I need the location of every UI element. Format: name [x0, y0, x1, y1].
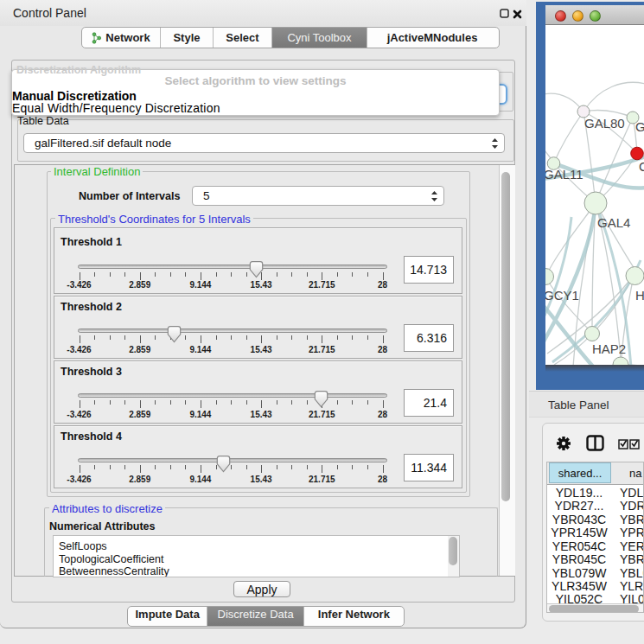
- svg-text:GA: GA: [635, 119, 644, 134]
- svg-text:GCY1: GCY1: [545, 288, 579, 303]
- svg-text:GAL11: GAL11: [545, 167, 583, 182]
- svg-text:GAL80: GAL80: [584, 116, 625, 131]
- svg-text:H: H: [635, 288, 644, 303]
- svg-text:HAP2: HAP2: [592, 341, 626, 356]
- svg-text:GAL4: GAL4: [597, 215, 630, 230]
- svg-text:C: C: [639, 159, 644, 174]
